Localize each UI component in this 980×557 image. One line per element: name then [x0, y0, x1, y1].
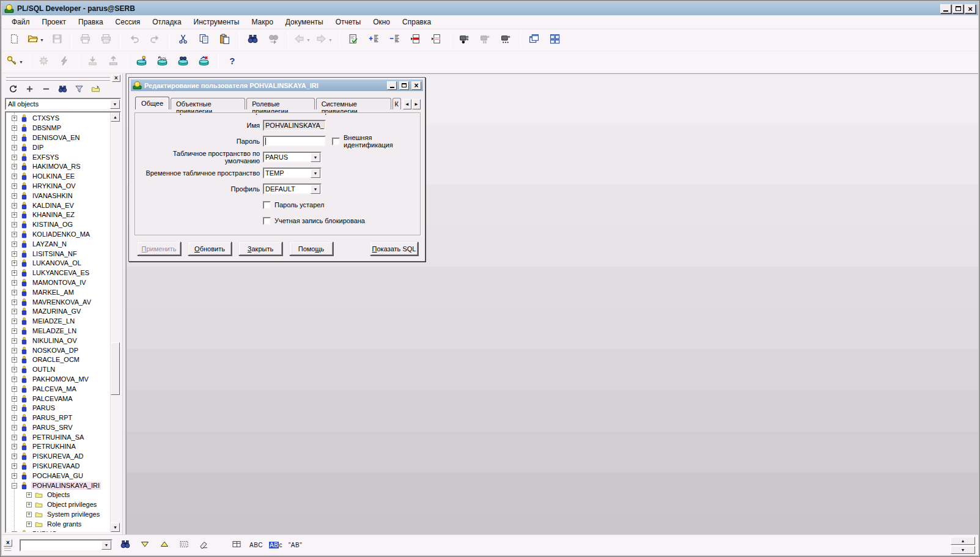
help-button[interactable]: ? [224, 55, 240, 70]
minimize-button[interactable] [940, 4, 951, 13]
tree-item-user-label[interactable]: MAZURINA_GV [31, 308, 82, 315]
tree-item-user-label[interactable]: LISITSINA_NF [31, 250, 78, 258]
password-field[interactable] [263, 136, 326, 147]
tile-windows-button[interactable] [547, 33, 562, 48]
tree-item-user-label[interactable]: POCHAEVA_GU [31, 472, 84, 480]
temp-tablespace-combobox[interactable]: TEMP ▼ [263, 168, 322, 179]
dialog-tab-0[interactable]: Общее [135, 97, 169, 109]
find-button[interactable] [119, 539, 132, 551]
tree-item-folder-label[interactable]: Role grants [46, 520, 83, 528]
menu-item-0[interactable]: Файл [6, 17, 36, 28]
expand-box[interactable]: + [12, 135, 17, 141]
expand-box[interactable]: + [12, 280, 17, 286]
expand-box[interactable]: + [12, 357, 17, 363]
tree-item-user-label[interactable]: NIKULINA_OV [31, 337, 78, 345]
tree-item-user-label[interactable]: PETRUHINA_SA [31, 433, 85, 441]
expand-box[interactable]: + [12, 125, 17, 131]
check-syntax-button[interactable] [345, 33, 361, 48]
menu-item-3[interactable]: Сессия [109, 17, 147, 28]
expand-box[interactable]: + [12, 164, 17, 169]
open-file-button[interactable]: ▼ [28, 33, 44, 48]
tree-item-user-label[interactable]: KOLIADENKO_MA [31, 231, 91, 238]
cascade-windows-button[interactable] [526, 33, 542, 48]
filter-list-button[interactable] [73, 84, 84, 95]
tree-item-user-label[interactable]: MEIADZE_LN [31, 317, 76, 325]
dropdown-arrow-icon[interactable]: ▼ [40, 38, 44, 42]
expand-box[interactable]: + [12, 212, 17, 218]
new-document-button[interactable] [7, 33, 22, 48]
tree-item-user-label[interactable]: KHANINA_EZ [31, 211, 76, 219]
tree-item-user-label[interactable]: MAVRENKOVA_AV [31, 298, 92, 306]
menu-item-2[interactable]: Правка [72, 17, 109, 28]
clear-breakpoints-button[interactable] [429, 33, 444, 48]
tab-scroll-left-button[interactable]: ◄ [403, 99, 411, 109]
tree-item-user-label[interactable]: NOSKOVA_DP [31, 347, 79, 355]
dialog-close-button[interactable]: × [411, 81, 421, 90]
scroll-track[interactable] [111, 122, 120, 523]
tree-item-user-label[interactable]: MARKEL_AM [31, 289, 75, 297]
tree-item-user-label[interactable]: KALDINA_EV [31, 202, 75, 210]
findbar-down-button[interactable]: ▼ [951, 546, 975, 554]
refresh-button[interactable] [7, 84, 18, 95]
dialog-tab-3[interactable]: Системные привилегии [316, 98, 391, 109]
dialog-tab-partial[interactable]: К [392, 98, 401, 109]
expand-box[interactable]: + [12, 338, 17, 344]
tree-item-user-label[interactable]: PARUS_SRV [31, 424, 74, 432]
collapse-all-button[interactable] [40, 84, 51, 95]
maximize-button[interactable] [952, 4, 963, 13]
expand-box[interactable]: + [12, 174, 17, 179]
match-abc-button[interactable]: ABC [249, 539, 263, 551]
tree-item-user-label[interactable]: PAKHOMOVA_MV [31, 375, 90, 383]
tree-item-user-label[interactable]: IVANASHKIN [31, 192, 74, 200]
menu-item-1[interactable]: Проект [36, 17, 73, 28]
account-locked-checkbox[interactable] [263, 217, 271, 225]
expand-box[interactable]: + [26, 492, 32, 498]
tree-item-user-label[interactable]: POHVALINSKAYA_IRI [31, 482, 101, 490]
folder-options-button[interactable] [90, 84, 101, 95]
tree-item-user-label[interactable]: MAMONTOVA_IV [31, 279, 87, 287]
expand-all-button[interactable] [24, 84, 35, 95]
title-bar[interactable]: PL/SQL Developer - parus@SERB × [2, 2, 978, 15]
indent-button[interactable] [366, 33, 381, 48]
help-button[interactable]: Помощь [289, 242, 333, 256]
tree-item-user-label[interactable]: LAYZAN_N [31, 240, 68, 248]
object-filter-combobox[interactable]: All objects ▼ [5, 98, 121, 110]
tree-item-user-label[interactable]: DIP [31, 144, 45, 152]
cut-button[interactable] [175, 33, 191, 48]
tree-item-user-label[interactable]: PARUS [31, 404, 56, 412]
find-combobox[interactable]: ▼ [20, 539, 112, 551]
session-rollback-button[interactable] [196, 55, 212, 70]
default-tablespace-combobox[interactable]: PARUS ▼ [263, 152, 322, 163]
expand-box[interactable]: + [12, 260, 17, 266]
tree-item-user-label[interactable]: PARUS_RPT [31, 414, 73, 422]
dropdown-arrow-icon[interactable]: ▼ [306, 38, 311, 42]
selection-button[interactable] [177, 539, 191, 551]
search-down-button[interactable] [138, 539, 152, 551]
panel-grip[interactable]: × [5, 75, 121, 83]
find-button[interactable] [245, 33, 260, 48]
password-expired-checkbox[interactable] [263, 201, 271, 209]
tree-item-user-label[interactable]: PISKUREVA_AD [31, 452, 85, 460]
close-button[interactable]: Закрыть [238, 242, 282, 256]
expand-box[interactable]: + [26, 522, 32, 527]
toggle-breakpoint-button[interactable] [408, 33, 423, 48]
collapse-box[interactable]: − [12, 483, 17, 489]
find-object-button[interactable] [57, 84, 68, 95]
whole-word-button[interactable]: "АВ" [289, 539, 302, 551]
expand-box[interactable]: + [26, 512, 32, 517]
tree-item-user-label[interactable]: CTXSYS [31, 114, 61, 122]
tree-item-folder-label[interactable]: Object privileges [46, 501, 98, 509]
new-sql-window-button[interactable]: SQL [155, 55, 170, 70]
dropdown-arrow-icon[interactable]: ▼ [311, 153, 320, 162]
tree-item-user-label[interactable]: LUKYANCEVA_ES [31, 269, 90, 277]
external-identification-checkbox[interactable] [332, 138, 340, 146]
tree-item-user-label[interactable]: PISKUREVAAD [31, 462, 81, 470]
match-case-button[interactable]: ABc [269, 539, 282, 551]
expand-box[interactable]: + [12, 319, 17, 324]
log-on-button[interactable]: ▼ [7, 55, 23, 70]
expand-box[interactable]: + [12, 435, 17, 440]
expand-box[interactable]: + [12, 183, 17, 189]
profile-combobox[interactable]: DEFAULT ▼ [263, 183, 322, 194]
tree-item-user-label[interactable]: PETRUKHINA [31, 443, 77, 451]
dialog-title-bar[interactable]: Редактирование пользователя POHVALINSKAY… [131, 79, 423, 91]
